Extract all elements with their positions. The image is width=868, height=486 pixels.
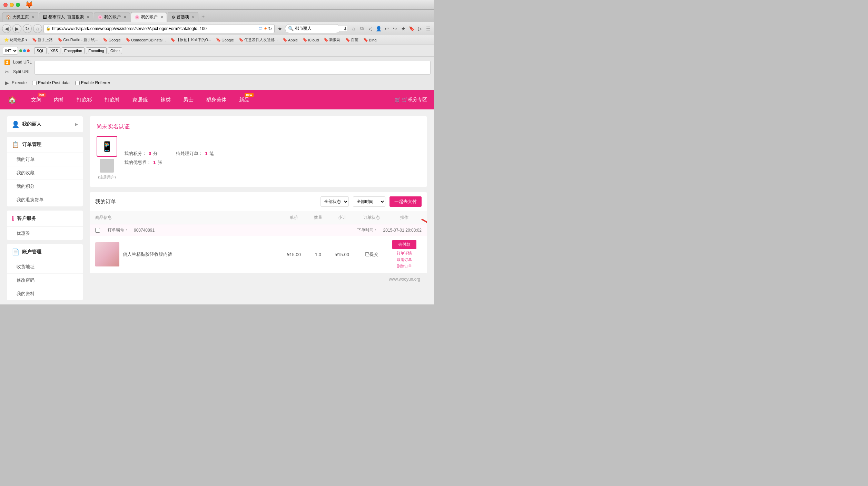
sidebar-item-returns[interactable]: 我的退换货单	[7, 193, 83, 206]
bookmark-apple[interactable]: 🔖 Apple	[280, 37, 300, 43]
enable-post-label[interactable]: Enable Post data	[32, 79, 69, 86]
sidebar-item-my-orders[interactable]: 我的订单	[7, 153, 83, 166]
other-button[interactable]: Other	[108, 47, 122, 54]
bookmark-gnuradio[interactable]: 🔖 GnuRadio - 新手试...	[56, 37, 100, 43]
points-label: 我的积分：	[124, 150, 147, 157]
bookmark-osmocom[interactable]: 🔖 OsmocomBBInstal...	[124, 37, 168, 43]
minimize-button[interactable]	[10, 3, 14, 7]
sidebar-header-profile[interactable]: 👤 我的丽人 ▶	[7, 116, 83, 133]
scroll-left-icon[interactable]: ◁	[366, 25, 374, 32]
hot-badge: hot	[38, 93, 46, 97]
forward-history-icon[interactable]: ↪	[391, 25, 399, 32]
bookmark-icon: 🔖	[363, 38, 368, 42]
bookmark-kali[interactable]: 🔖 【原创】Kali下的O...	[168, 37, 213, 43]
nav-item-jiaju[interactable]: 家居服	[126, 90, 154, 109]
encoding-button[interactable]: Encoding	[86, 47, 107, 54]
search-input[interactable]	[295, 26, 347, 31]
sidebar-item-favorites[interactable]: 我的收藏	[7, 166, 83, 180]
orders-section: 我的订单 全部状态待付款已付款已发货已完成 全部时间最近一个月最近三个月最近六个…	[90, 192, 427, 273]
sql-button[interactable]: SQL	[34, 47, 47, 54]
nav-item-dadiuku[interactable]: 打底裤	[98, 90, 126, 109]
history-icon[interactable]: ↩	[383, 25, 391, 32]
star-icon[interactable]: ★	[400, 25, 407, 32]
bookmark-google2[interactable]: 🔖 Google	[214, 37, 236, 43]
nav-item-wenjung[interactable]: 文胸 hot	[25, 90, 48, 109]
url-input-area[interactable]	[34, 61, 431, 75]
bookmark-icloud[interactable]: 🔖 iCloud	[300, 37, 321, 43]
pay-button[interactable]: 去付款	[392, 240, 416, 249]
order-checkbox[interactable]	[95, 228, 100, 233]
tab-account2[interactable]: 🌸 我的账户 ✕	[131, 12, 167, 22]
site-nav: 🏠 文胸 hot 内裤 打底衫 打底裤 家居服 袜类 男士	[0, 90, 434, 109]
bookmark-email[interactable]: 🔖 任意发件人发送邮...	[237, 37, 280, 43]
close-button[interactable]	[3, 3, 8, 7]
bookmark-sina[interactable]: 🔖 新浪网	[322, 37, 343, 43]
new-tab-button[interactable]: +	[199, 13, 207, 21]
tab-home[interactable]: 🏠 火狐主页 ✕	[2, 12, 38, 22]
bookmark-most-visited[interactable]: ⭐ 访问最多 ▾	[2, 37, 29, 43]
bookmark-baidu[interactable]: 🔖 百度	[343, 37, 361, 43]
tab-close-icon[interactable]: ✕	[192, 15, 195, 19]
time-select[interactable]: 全部时间最近一个月最近三个月最近六个月	[353, 196, 385, 207]
maximize-button[interactable]	[16, 3, 20, 7]
sidebar-item-address[interactable]: 收货地址	[7, 260, 83, 274]
nav-item-wa[interactable]: 袜类	[154, 90, 177, 109]
back-button[interactable]: ◀	[2, 24, 11, 33]
nav-item-neiku[interactable]: 内裤	[48, 90, 70, 109]
enable-referrer-checkbox[interactable]	[75, 81, 80, 85]
nav-item-xinpin[interactable]: 新品 new	[233, 90, 256, 109]
pay-all-button[interactable]: 一起去支付	[389, 196, 422, 207]
tab-close-icon[interactable]: ✕	[87, 15, 89, 19]
type-select[interactable]: INT	[3, 47, 18, 55]
home-icon2[interactable]: ⌂	[350, 25, 357, 32]
order-detail-link[interactable]: 订单详情	[397, 251, 412, 256]
scroll-right-icon[interactable]: ▷	[416, 25, 424, 32]
bookmark-icon[interactable]: ★	[276, 25, 284, 32]
tab-close-icon[interactable]: ✕	[124, 15, 126, 19]
tab-prefs[interactable]: ⚙ 首选项 ✕	[168, 12, 198, 22]
sidebar-item-password[interactable]: 修改密码	[7, 274, 83, 287]
enable-referrer-label[interactable]: Enable Referrer	[75, 79, 110, 86]
delete-order-link[interactable]: 删除订单	[397, 264, 412, 269]
nav-item-dadichan[interactable]: 打底衫	[70, 90, 98, 109]
nav-points[interactable]: 🛒 🛒积分专区	[395, 97, 427, 103]
split-url-link[interactable]: Split URL	[13, 69, 31, 74]
cancel-order-link[interactable]: 取消订单	[397, 257, 412, 262]
xss-button[interactable]: XSS	[48, 47, 60, 54]
menu-icon[interactable]: ☰	[424, 25, 432, 32]
execute-link[interactable]: Execute	[12, 80, 27, 85]
tab-icon2[interactable]: ⧉	[358, 25, 366, 32]
main-content: 尚未实名认证 📱 (注册用户) 我的积分： 0	[90, 116, 427, 304]
status-select[interactable]: 全部状态待付款已付款已发货已完成	[320, 196, 349, 207]
sidebar-item-profile[interactable]: 我的资料	[7, 287, 83, 300]
bookmark-bing[interactable]: 🔖 Bing	[361, 37, 378, 43]
bookmark-list-icon[interactable]: 🔖	[408, 25, 415, 32]
nav-item-sushen[interactable]: 塑身美体	[200, 90, 233, 109]
url-input[interactable]	[52, 26, 257, 31]
encryption-button[interactable]: Encryption	[62, 47, 85, 54]
forward-button[interactable]: ▶	[12, 24, 21, 33]
sidebar-item-coupons[interactable]: 优惠券	[7, 227, 83, 240]
refresh-icon[interactable]: ↻	[268, 26, 272, 31]
downloads-icon[interactable]: ⬇	[342, 25, 349, 32]
avatar-placeholder	[100, 159, 114, 173]
tab-close-icon[interactable]: ✕	[32, 15, 34, 19]
reload-button[interactable]: ↻	[23, 24, 32, 33]
tab-close-icon[interactable]: ✕	[160, 15, 163, 19]
user-icon[interactable]: 👤	[375, 25, 382, 32]
bookmark-google1[interactable]: 🔖 Google	[101, 37, 122, 43]
bookmark-newbie[interactable]: 🔖 新手上路	[30, 37, 55, 43]
site-nav-home[interactable]: 🏠	[7, 92, 22, 107]
nav-item-nanshi[interactable]: 男士	[177, 90, 200, 109]
sidebar-item-points[interactable]: 我的积分	[7, 180, 83, 193]
orders-icon: 📋	[12, 141, 19, 148]
tab-search[interactable]: 🖼 都市丽人_百度搜索 ✕	[39, 12, 93, 22]
stat-coupons-row: 我的优惠券： 1 张	[124, 159, 162, 166]
home-button[interactable]: ⌂	[33, 24, 42, 33]
load-url-link[interactable]: Load URL	[13, 60, 32, 65]
bookmark-icon: 🔖	[126, 38, 130, 42]
enable-post-checkbox[interactable]	[32, 81, 37, 85]
sidebar-header-account: 📄 账户管理	[7, 244, 83, 260]
tab-label: 都市丽人_百度搜索	[48, 14, 84, 20]
tab-account1[interactable]: 🌸 我的账户 ✕	[94, 12, 130, 22]
